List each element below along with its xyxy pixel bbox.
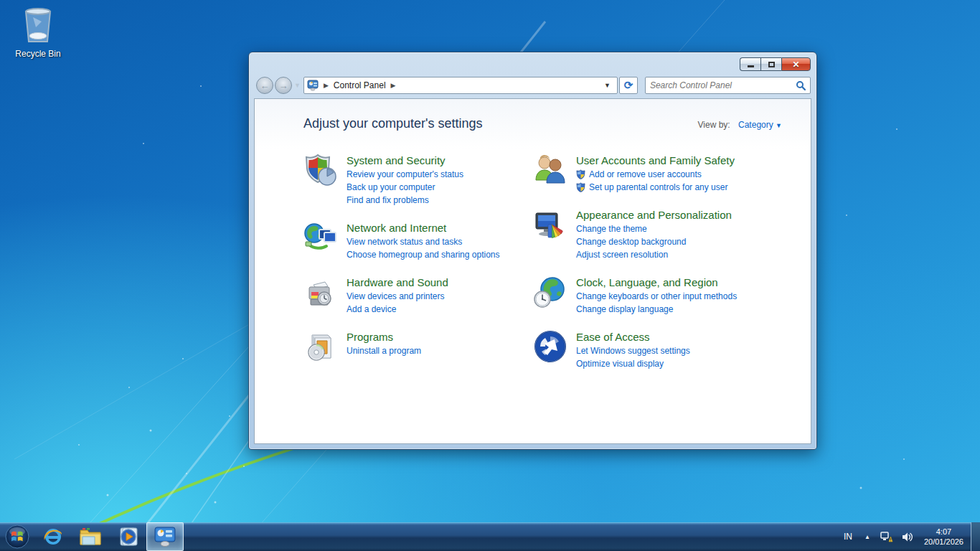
internet-explorer-icon — [42, 526, 64, 547]
network-internet-icon[interactable] — [303, 220, 338, 255]
clock-date: 20/01/2026 — [924, 537, 963, 547]
taskbar-internet-explorer[interactable] — [34, 522, 72, 551]
show-desktop-button[interactable] — [971, 522, 980, 551]
language-indicator[interactable]: IN — [837, 532, 859, 542]
search-input[interactable] — [650, 80, 796, 90]
category-system-security: System and Security Review your computer… — [303, 153, 533, 208]
category-title-user-accounts[interactable]: User Accounts and Family Safety — [576, 154, 735, 166]
category-hardware-sound: Hardware and Sound View devices and prin… — [303, 275, 533, 317]
link-change-keyboards[interactable]: Change keyboards or other input methods — [576, 291, 737, 301]
breadcrumb-control-panel[interactable]: Control Panel — [334, 80, 386, 90]
refresh-button[interactable]: ⟳ — [619, 77, 638, 94]
close-icon: ✕ — [792, 60, 799, 70]
system-security-icon[interactable] — [303, 153, 338, 187]
maximize-button[interactable] — [760, 57, 781, 71]
category-title-programs[interactable]: Programs — [347, 331, 421, 343]
link-adjust-screen-resolution[interactable]: Adjust screen resolution — [576, 250, 732, 260]
forward-button[interactable]: → — [275, 77, 292, 94]
view-by: View by: Category ▼ — [698, 120, 782, 130]
link-change-desktop-background[interactable]: Change desktop background — [576, 237, 732, 247]
volume-icon[interactable] — [897, 532, 918, 542]
back-button[interactable]: ← — [256, 77, 273, 94]
link-view-network-status[interactable]: View network status and tasks — [347, 237, 499, 247]
link-find-fix-problems[interactable]: Find and fix problems — [347, 195, 463, 205]
link-homegroup-sharing[interactable]: Choose homegroup and sharing options — [347, 250, 499, 260]
minimize-icon — [748, 65, 754, 67]
breadcrumb-arrow-icon[interactable]: ▶ — [391, 82, 396, 89]
close-button[interactable]: ✕ — [781, 57, 811, 71]
search-icon[interactable] — [796, 80, 806, 90]
minimize-button[interactable] — [740, 57, 760, 71]
category-title-ease-of-access[interactable]: Ease of Access — [576, 331, 690, 343]
control-panel-window: ✕ ← → ▼ ▶ Control Panel ▶ ▼ ⟳ — [248, 52, 817, 450]
appearance-icon[interactable] — [533, 207, 567, 242]
recycle-bin-icon — [20, 6, 56, 44]
taskbar-control-panel[interactable] — [146, 522, 184, 551]
ease-of-access-icon[interactable] — [533, 329, 567, 364]
breadcrumb-arrow-icon[interactable]: ▶ — [324, 82, 329, 89]
category-title-hardware-sound[interactable]: Hardware and Sound — [347, 276, 448, 288]
user-accounts-icon[interactable] — [533, 153, 567, 187]
hardware-sound-icon[interactable] — [303, 275, 338, 309]
link-change-theme[interactable]: Change the theme — [576, 224, 732, 234]
taskbar-windows-explorer[interactable] — [72, 522, 109, 551]
view-by-dropdown[interactable]: Category ▼ — [738, 120, 782, 130]
window-titlebar[interactable]: ✕ — [249, 52, 816, 75]
chevron-down-icon: ▼ — [776, 122, 782, 129]
search-box[interactable] — [645, 77, 811, 94]
maximize-icon — [768, 62, 775, 67]
programs-icon[interactable] — [303, 329, 338, 364]
category-user-accounts: User Accounts and Family Safety Add or r… — [533, 153, 770, 195]
link-add-remove-user-accounts[interactable]: Add or remove user accounts — [576, 169, 735, 179]
control-panel-content: Adjust your computer's settings View by:… — [254, 98, 811, 444]
media-player-icon — [117, 526, 138, 547]
link-uninstall-program[interactable]: Uninstall a program — [347, 346, 421, 356]
category-ease-of-access: Ease of Access Let Windows suggest setti… — [533, 329, 770, 372]
desktop: Recycle Bin ✕ ← → ▼ ▶ — [0, 0, 980, 551]
taskbar: IN ▲ 4:07 20/01/2026 — [0, 522, 980, 551]
control-panel-small-icon — [307, 80, 319, 91]
link-optimize-visual-display[interactable]: Optimize visual display — [576, 359, 690, 369]
recent-pages-chevron-icon[interactable]: ▼ — [294, 82, 301, 89]
view-by-label: View by: — [698, 120, 730, 130]
category-title-system-security[interactable]: System and Security — [347, 154, 463, 166]
control-panel-icon — [153, 526, 177, 547]
clock-time: 4:07 — [924, 527, 963, 537]
link-view-devices-printers[interactable]: View devices and printers — [347, 291, 448, 301]
clock[interactable]: 4:07 20/01/2026 — [918, 527, 971, 547]
show-hidden-icons-chevron[interactable]: ▲ — [859, 534, 876, 540]
category-programs: Programs Uninstall a program — [303, 329, 533, 364]
folder-icon — [79, 527, 102, 547]
link-review-computer-status[interactable]: Review your computer's status — [347, 169, 463, 179]
uac-shield-icon — [576, 169, 585, 179]
category-clock-language: Clock, Language, and Region Change keybo… — [533, 275, 770, 317]
link-add-device[interactable]: Add a device — [347, 304, 448, 314]
link-windows-suggest-settings[interactable]: Let Windows suggest settings — [576, 346, 690, 356]
category-network-internet: Network and Internet View network status… — [303, 220, 533, 263]
category-title-network-internet[interactable]: Network and Internet — [347, 222, 499, 234]
taskbar-windows-media-player[interactable] — [109, 522, 146, 551]
link-back-up-computer[interactable]: Back up your computer — [347, 182, 463, 192]
recycle-bin-label: Recycle Bin — [6, 49, 70, 59]
link-change-display-language[interactable]: Change display language — [576, 304, 737, 314]
network-status-icon[interactable] — [876, 531, 897, 542]
recycle-bin[interactable]: Recycle Bin — [6, 6, 70, 59]
start-button[interactable] — [0, 522, 34, 551]
address-dropdown-icon[interactable]: ▼ — [600, 82, 614, 89]
navigation-bar: ← → ▼ ▶ Control Panel ▶ ▼ ⟳ — [249, 75, 816, 96]
page-title: Adjust your computer's settings — [303, 116, 483, 131]
link-parental-controls[interactable]: Set up parental controls for any user — [576, 182, 735, 192]
windows-logo-icon — [5, 524, 29, 549]
category-appearance: Appearance and Personalization Change th… — [533, 207, 770, 263]
category-title-clock-language[interactable]: Clock, Language, and Region — [576, 276, 737, 288]
clock-language-icon[interactable] — [533, 275, 567, 309]
uac-shield-icon — [576, 182, 585, 192]
system-tray: IN ▲ 4:07 20/01/2026 — [837, 522, 980, 551]
address-bar[interactable]: ▶ Control Panel ▶ ▼ — [303, 77, 618, 94]
category-title-appearance[interactable]: Appearance and Personalization — [576, 209, 732, 221]
